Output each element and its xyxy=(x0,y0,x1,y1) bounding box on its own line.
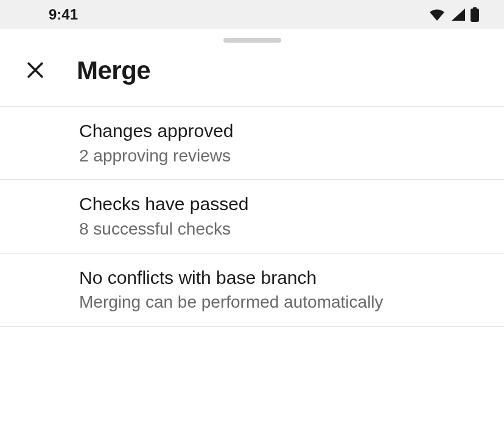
item-subtitle: 2 approving reviews xyxy=(79,144,480,168)
close-button[interactable] xyxy=(24,59,46,83)
close-icon xyxy=(27,62,44,80)
merge-status-list: Changes approved 2 approving reviews Che… xyxy=(0,106,504,327)
page-title: Merge xyxy=(77,56,150,85)
item-title: No conflicts with base branch xyxy=(79,266,480,291)
list-item[interactable]: Checks have passed 8 successful checks xyxy=(0,180,504,253)
item-title: Checks have passed xyxy=(79,192,480,217)
wifi-icon xyxy=(429,9,446,21)
battery-icon xyxy=(470,7,480,22)
status-icons xyxy=(429,7,480,22)
list-item[interactable]: No conflicts with base branch Merging ca… xyxy=(0,253,504,327)
svg-rect-1 xyxy=(471,9,479,22)
item-title: Changes approved xyxy=(79,119,480,144)
status-bar: 9:41 xyxy=(0,0,504,29)
list-item[interactable]: Changes approved 2 approving reviews xyxy=(0,107,504,180)
item-subtitle: Merging can be performed automatically xyxy=(79,291,480,314)
cellular-signal-icon xyxy=(450,9,465,21)
status-time: 9:41 xyxy=(49,6,78,23)
header: Merge xyxy=(0,43,504,106)
item-subtitle: 8 successful checks xyxy=(79,218,480,241)
sheet-handle[interactable] xyxy=(223,38,281,43)
